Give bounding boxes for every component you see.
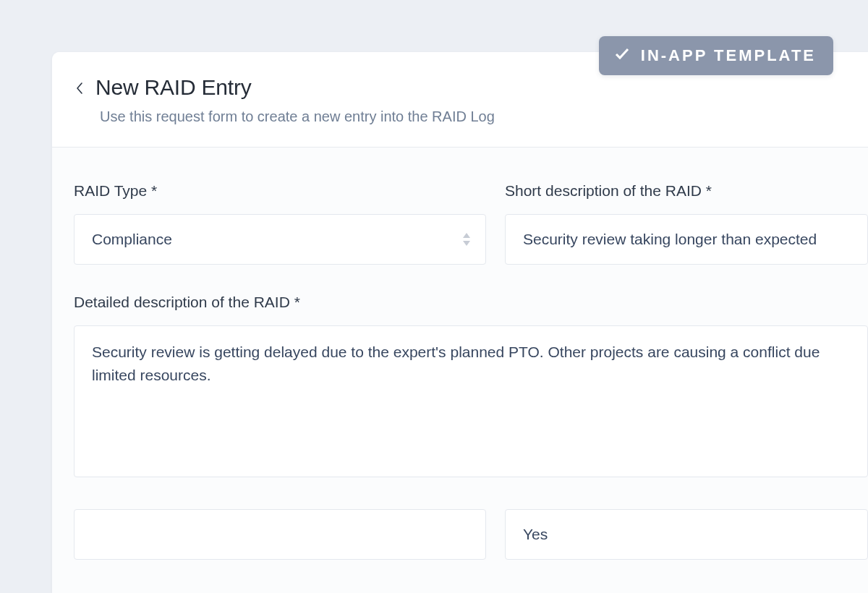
select-sort-icon [462, 233, 471, 246]
form-body: RAID Type * Compliance Short description… [52, 148, 868, 593]
in-app-template-badge: IN-APP TEMPLATE [599, 36, 833, 75]
badge-label: IN-APP TEMPLATE [641, 46, 816, 65]
svg-marker-0 [463, 233, 470, 238]
short-desc-input[interactable] [505, 214, 868, 265]
raid-type-select[interactable]: Compliance [74, 214, 486, 265]
form-row-1: RAID Type * Compliance Short description… [74, 182, 868, 265]
extra-right-value: Yes [523, 526, 548, 543]
field-detail-desc: Detailed description of the RAID * [74, 294, 868, 477]
check-icon [613, 45, 631, 67]
field-extra-right: Yes [505, 509, 868, 560]
raid-type-value: Compliance [92, 231, 172, 248]
detail-desc-textarea[interactable] [74, 325, 868, 477]
field-extra-left [74, 509, 486, 560]
page-title: New RAID Entry [95, 75, 252, 100]
form-row-2: Detailed description of the RAID * [74, 294, 868, 477]
page-background: New RAID Entry Use this request form to … [0, 0, 868, 593]
field-short-desc: Short description of the RAID * [505, 182, 868, 265]
form-card: New RAID Entry Use this request form to … [52, 52, 868, 593]
raid-type-label: RAID Type * [74, 182, 486, 200]
title-row: New RAID Entry [74, 75, 868, 100]
page-subtitle: Use this request form to create a new en… [100, 108, 868, 125]
extra-left-input[interactable] [74, 509, 486, 560]
svg-marker-1 [463, 241, 470, 246]
field-raid-type: RAID Type * Compliance [74, 182, 486, 265]
back-icon[interactable] [74, 82, 85, 94]
detail-desc-label: Detailed description of the RAID * [74, 294, 868, 311]
short-desc-label: Short description of the RAID * [505, 182, 868, 200]
extra-right-input[interactable]: Yes [505, 509, 868, 560]
form-row-3: Yes [74, 509, 868, 560]
